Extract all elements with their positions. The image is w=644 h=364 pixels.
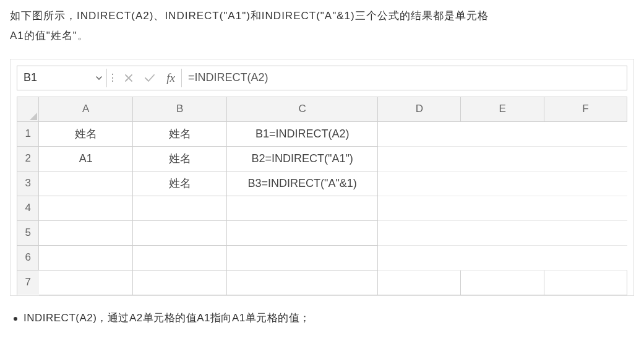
- cell-B1[interactable]: 姓名: [133, 121, 227, 146]
- cell-E6[interactable]: [461, 245, 544, 270]
- cell-A3[interactable]: [39, 171, 133, 196]
- name-box-value: B1: [24, 71, 37, 84]
- cell-B4[interactable]: [133, 196, 227, 220]
- bullet-text: INDIRECT(A2)，通过A2单元格的值A1指向A1单元格的值；: [24, 311, 311, 325]
- intro-line-2: A1的值"姓名"。: [10, 30, 88, 41]
- table-row: 7: [17, 270, 627, 295]
- cell-F6[interactable]: [544, 245, 627, 270]
- cell-B3[interactable]: 姓名: [133, 171, 227, 196]
- select-all-corner[interactable]: [17, 97, 39, 121]
- formula-text: =INDIRECT(A2): [188, 71, 268, 84]
- spreadsheet-screenshot: B1 ⋮ fx =INDIRECT(A2) A: [10, 59, 634, 296]
- cell-A6[interactable]: [39, 245, 133, 270]
- cell-E5[interactable]: [461, 220, 544, 245]
- row-header-4[interactable]: 4: [17, 196, 39, 220]
- cell-D6[interactable]: [378, 245, 461, 270]
- cell-C7[interactable]: [227, 270, 378, 295]
- table-row: 5: [17, 220, 627, 245]
- fx-label: fx: [166, 71, 175, 85]
- col-header-A[interactable]: A: [39, 97, 133, 121]
- cell-B2[interactable]: 姓名: [133, 146, 227, 171]
- cell-A2[interactable]: A1: [39, 146, 133, 171]
- table-row: 2 A1 姓名 B2=INDIRECT("A1"): [17, 146, 627, 171]
- spreadsheet-grid: A B C D E F 1 姓名 姓名 B1=INDIRECT(A2): [17, 97, 627, 295]
- table-row: 4: [17, 196, 627, 220]
- cell-F5[interactable]: [544, 220, 627, 245]
- cell-A5[interactable]: [39, 220, 133, 245]
- cell-A4[interactable]: [39, 196, 133, 220]
- cell-F2[interactable]: [544, 146, 627, 171]
- cell-D7[interactable]: [378, 270, 461, 295]
- cell-F7[interactable]: [544, 270, 627, 295]
- chevron-down-icon[interactable]: [92, 66, 106, 90]
- cell-F3[interactable]: [544, 171, 627, 196]
- cell-E2[interactable]: [461, 146, 544, 171]
- row-header-3[interactable]: 3: [17, 171, 39, 196]
- col-header-F[interactable]: F: [544, 97, 627, 121]
- confirm-icon[interactable]: [139, 66, 160, 90]
- intro-paragraph: 如下图所示，INDIRECT(A2)、INDIRECT("A1")和INDIRE…: [10, 6, 634, 46]
- cell-F4[interactable]: [544, 196, 627, 220]
- row-header-2[interactable]: 2: [17, 146, 39, 171]
- cell-C6[interactable]: [227, 245, 378, 270]
- cancel-icon[interactable]: [118, 66, 139, 90]
- more-icon[interactable]: ⋮: [107, 66, 118, 90]
- row-header-1[interactable]: 1: [17, 121, 39, 146]
- cell-C1[interactable]: B1=INDIRECT(A2): [227, 121, 378, 146]
- row-header-5[interactable]: 5: [17, 220, 39, 245]
- col-header-B[interactable]: B: [133, 97, 227, 121]
- row-header-7[interactable]: 7: [17, 270, 39, 295]
- cell-E4[interactable]: [461, 196, 544, 220]
- cell-A1[interactable]: 姓名: [39, 121, 133, 146]
- table-row: 3 姓名 B3=INDIRECT("A"&1): [17, 171, 627, 196]
- formula-input[interactable]: =INDIRECT(A2): [182, 66, 627, 90]
- cell-F1[interactable]: [544, 121, 627, 146]
- table-row: 6: [17, 245, 627, 270]
- table-row: 1 姓名 姓名 B1=INDIRECT(A2): [17, 121, 627, 146]
- intro-line-1: 如下图所示，INDIRECT(A2)、INDIRECT("A1")和INDIRE…: [10, 10, 489, 22]
- fx-icon[interactable]: fx: [160, 66, 181, 90]
- cell-C4[interactable]: [227, 196, 378, 220]
- cell-B6[interactable]: [133, 245, 227, 270]
- cell-C3[interactable]: B3=INDIRECT("A"&1): [227, 171, 378, 196]
- formula-bar: B1 ⋮ fx =INDIRECT(A2): [17, 66, 627, 90]
- col-header-D[interactable]: D: [378, 97, 461, 121]
- cell-D1[interactable]: [378, 121, 461, 146]
- cell-E1[interactable]: [461, 121, 544, 146]
- cell-D2[interactable]: [378, 146, 461, 171]
- cell-C2[interactable]: B2=INDIRECT("A1"): [227, 146, 378, 171]
- row-header-6[interactable]: 6: [17, 245, 39, 270]
- cell-B5[interactable]: [133, 220, 227, 245]
- cell-E3[interactable]: [461, 171, 544, 196]
- col-header-C[interactable]: C: [227, 97, 378, 121]
- cell-E7[interactable]: [461, 270, 544, 295]
- cell-B7[interactable]: [133, 270, 227, 295]
- cell-D4[interactable]: [378, 196, 461, 220]
- cell-D5[interactable]: [378, 220, 461, 245]
- cell-C5[interactable]: [227, 220, 378, 245]
- bullet-item: INDIRECT(A2)，通过A2单元格的值A1指向A1单元格的值；: [10, 311, 634, 325]
- name-box[interactable]: B1: [17, 66, 92, 90]
- col-header-E[interactable]: E: [461, 97, 544, 121]
- cell-D3[interactable]: [378, 171, 461, 196]
- bullet-dot-icon: [14, 317, 17, 321]
- cell-A7[interactable]: [39, 270, 133, 295]
